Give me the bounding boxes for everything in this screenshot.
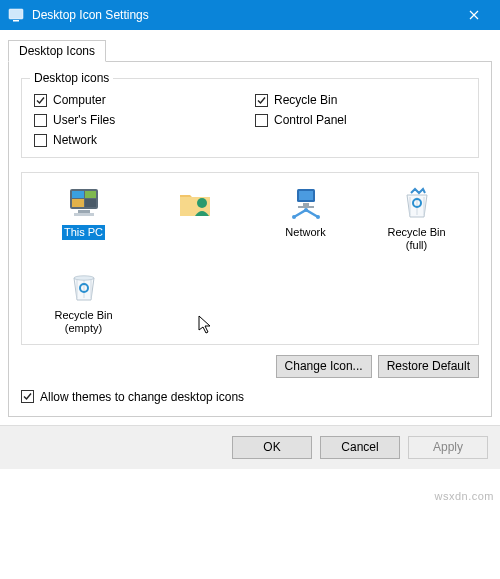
- svg-point-9: [197, 198, 207, 208]
- preview-item-recycle-full[interactable]: Recycle Bin (full): [361, 183, 472, 252]
- computer-icon: [64, 183, 104, 223]
- checkbox-recycle-bin[interactable]: Recycle Bin: [255, 93, 466, 107]
- client-area: Desktop Icons Desktop icons Computer Rec…: [0, 30, 500, 425]
- checkbox-label: Computer: [53, 93, 106, 107]
- svg-rect-13: [298, 206, 314, 208]
- checkbox-computer[interactable]: Computer: [34, 93, 245, 107]
- check-icon: [34, 114, 47, 127]
- recycle-bin-full-icon: [397, 183, 437, 223]
- preview-label: [193, 225, 197, 227]
- close-button[interactable]: [451, 0, 496, 30]
- preview-label: Recycle Bin (full): [385, 225, 447, 252]
- preview-label: This PC: [62, 225, 105, 240]
- apply-button[interactable]: Apply: [408, 436, 488, 459]
- group-desktop-icons: Desktop icons Computer Recycle Bin Us: [21, 78, 479, 158]
- checkbox-users-files[interactable]: User's Files: [34, 113, 245, 127]
- network-icon: [286, 183, 326, 223]
- svg-rect-1: [13, 20, 19, 22]
- svg-rect-6: [85, 199, 96, 207]
- svg-rect-8: [74, 213, 94, 216]
- check-icon: [255, 94, 268, 107]
- change-icon-button[interactable]: Change Icon...: [276, 355, 372, 378]
- svg-point-16: [304, 208, 308, 212]
- preview-item-network[interactable]: Network: [250, 183, 361, 252]
- icon-button-row: Change Icon... Restore Default: [21, 355, 479, 378]
- svg-rect-5: [72, 199, 84, 207]
- check-icon: [34, 134, 47, 147]
- checkbox-label: Allow themes to change desktop icons: [40, 390, 244, 404]
- tab-desktop-icons[interactable]: Desktop Icons: [8, 40, 106, 62]
- check-icon: [21, 390, 34, 403]
- app-icon: [8, 7, 24, 23]
- preview-item-this-pc[interactable]: This PC: [28, 183, 139, 252]
- svg-rect-7: [78, 210, 90, 213]
- preview-label: Recycle Bin (empty): [52, 308, 114, 335]
- tab-panel: Desktop icons Computer Recycle Bin Us: [8, 62, 492, 417]
- svg-rect-11: [299, 191, 313, 200]
- dialog-button-row: OK Cancel Apply: [0, 425, 500, 469]
- icon-preview: This PC: [21, 172, 479, 345]
- checkbox-label: Control Panel: [274, 113, 347, 127]
- preview-item-user-folder[interactable]: [139, 183, 250, 252]
- svg-rect-12: [303, 203, 309, 206]
- svg-rect-4: [85, 191, 96, 198]
- tabstrip: Desktop Icons: [8, 38, 492, 62]
- user-folder-icon: [175, 183, 215, 223]
- restore-default-button[interactable]: Restore Default: [378, 355, 479, 378]
- group-legend: Desktop icons: [30, 71, 113, 85]
- svg-rect-3: [72, 191, 84, 198]
- checkbox-allow-themes[interactable]: Allow themes to change desktop icons: [21, 390, 479, 404]
- checkbox-label: Network: [53, 133, 97, 147]
- checkbox-label: User's Files: [53, 113, 115, 127]
- watermark: wsxdn.com: [434, 490, 494, 502]
- svg-point-17: [74, 276, 94, 280]
- check-icon: [255, 114, 268, 127]
- preview-label: Network: [283, 225, 327, 240]
- checkbox-network[interactable]: Network: [34, 133, 245, 147]
- titlebar: Desktop Icon Settings: [0, 0, 500, 30]
- window-title: Desktop Icon Settings: [32, 8, 451, 22]
- preview-item-recycle-empty[interactable]: Recycle Bin (empty): [28, 266, 139, 335]
- ok-button[interactable]: OK: [232, 436, 312, 459]
- checkbox-control-panel[interactable]: Control Panel: [255, 113, 466, 127]
- checkbox-label: Recycle Bin: [274, 93, 337, 107]
- recycle-bin-empty-icon: [64, 266, 104, 306]
- cancel-button[interactable]: Cancel: [320, 436, 400, 459]
- svg-point-15: [316, 215, 320, 219]
- svg-rect-0: [9, 9, 23, 19]
- check-icon: [34, 94, 47, 107]
- svg-point-14: [292, 215, 296, 219]
